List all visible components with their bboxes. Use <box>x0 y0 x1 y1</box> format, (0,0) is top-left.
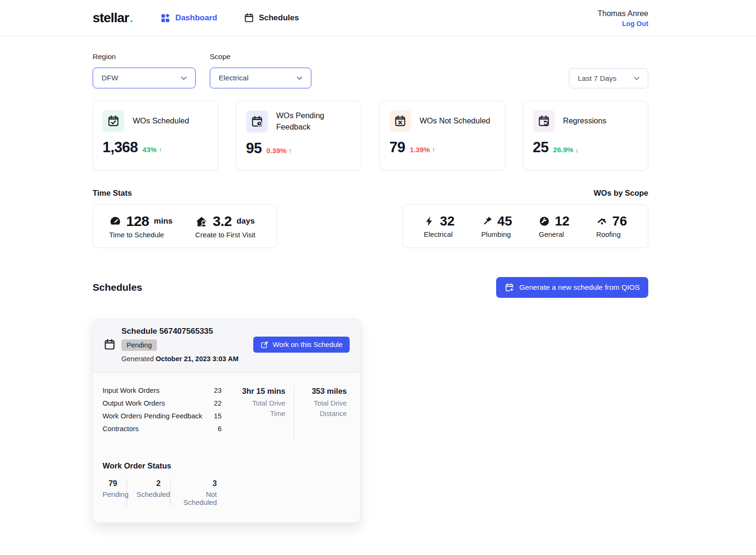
kpi-delta: 43% ↑ <box>143 146 163 154</box>
user-name: Thomas Anree <box>598 9 648 18</box>
scope-value: 76 <box>612 214 627 229</box>
total-drive-time: 3hr 15 mins Total Drive Time <box>241 387 294 438</box>
calendar-x-icon <box>389 110 411 132</box>
stat-row-input-work-orders: Input Work Orders23 <box>103 387 222 394</box>
drive-stats: 3hr 15 mins Total Drive Time 353 miles T… <box>241 387 347 438</box>
scope-stat-general: 12 General <box>539 214 569 238</box>
time-stats-title: Time Stats <box>93 189 277 198</box>
roof-icon <box>596 216 608 227</box>
scope-value: Electrical <box>219 74 249 82</box>
wos-by-scope-section: WOs by Scope 32 Electrical <box>403 189 648 248</box>
scope-label: General <box>539 230 569 238</box>
chevron-down-icon <box>295 73 304 83</box>
edit-square-icon <box>260 341 268 349</box>
work-on-schedule-button[interactable]: Work on this Schedule <box>253 337 350 353</box>
kpi-delta: 1.39% ↑ <box>410 146 435 154</box>
stat-label: Time to Schedule <box>109 231 172 239</box>
date-range-value: Last 7 Days <box>578 74 617 83</box>
wos-scheduled: 2 Scheduled <box>137 479 171 506</box>
scope-label: Plumbing <box>481 230 512 238</box>
calendar-icon <box>244 13 254 23</box>
stat-row-contractors: Contractors6 <box>103 425 222 433</box>
kpi-title: WOs Not Scheduled <box>420 115 490 127</box>
logo-dot: . <box>129 10 133 26</box>
work-on-schedule-label: Work on this Schedule <box>273 341 343 348</box>
time-stats-section: Time Stats 128 mins Time to Schedule <box>93 189 277 248</box>
stat-row-output-work-orders: Output Work Orders22 <box>103 399 222 407</box>
gauge-icon <box>109 215 121 227</box>
calendar-plus-icon <box>505 283 514 292</box>
kpi-title: WOs Scheduled <box>133 115 189 127</box>
work-order-status-row: 79 Pending 2 Scheduled 3 Not Scheduled <box>103 479 350 506</box>
total-drive-distance: 353 miles Total Drive Distance <box>294 387 347 438</box>
filter-bar: Region DFW Scope Electrical Last 7 Days <box>93 52 648 88</box>
scope-label: Roofing <box>596 230 627 238</box>
scope-value: 32 <box>440 214 455 229</box>
scope-select[interactable]: Electrical <box>210 68 311 88</box>
wrench-circle-icon <box>539 216 550 227</box>
scope-stat-electrical: 32 Electrical <box>424 214 455 238</box>
region-select[interactable]: DFW <box>93 68 196 88</box>
kpi-delta: 26.9% ↓ <box>553 146 579 154</box>
kpi-card-wos-pending-feedback: WOs Pending Feedback 95 0.39% ↑ <box>236 101 362 171</box>
schedule-stats-table: Input Work Orders23 Output Work Orders22… <box>103 387 222 438</box>
region-value: DFW <box>102 74 118 82</box>
schedule-card-header: Schedule 567407565335 Pending Generated … <box>93 319 360 372</box>
logout-link[interactable]: Log Out <box>598 20 648 27</box>
generate-schedule-button[interactable]: Generate a new schedule from QIOS <box>496 277 648 298</box>
arrow-up-icon: ↑ <box>289 147 292 155</box>
scope-label: Electrical <box>424 230 455 238</box>
wos-by-scope-title: WOs by Scope <box>403 189 648 198</box>
scope-label: Scope <box>210 52 311 61</box>
date-range-select[interactable]: Last 7 Days <box>569 68 648 88</box>
calendar-check-icon <box>103 110 124 132</box>
stat-label: Create to First Visit <box>195 231 255 239</box>
arrow-up-icon: ↑ <box>432 146 436 154</box>
stat-row-wos-pending-feedback: Work Orders Pending Feedback15 <box>103 412 222 420</box>
main-nav: Dashboard Schedules <box>160 13 299 23</box>
kpi-title: WOs Pending Feedback <box>276 110 348 133</box>
kpi-value: 25 <box>533 139 549 156</box>
stat-unit: mins <box>154 217 173 226</box>
kpi-card-regressions: Regressions 25 26.9% ↓ <box>523 101 649 171</box>
arrow-down-icon: ↓ <box>576 146 579 154</box>
time-to-schedule-stat: 128 mins Time to Schedule <box>109 213 172 239</box>
nav-item-schedules[interactable]: Schedules <box>244 13 299 23</box>
wos-by-scope-panel: 32 Electrical <box>403 204 648 248</box>
chevron-down-icon <box>179 73 189 83</box>
create-to-first-visit-stat: 3.2 days Create to First Visit <box>195 213 255 239</box>
generate-schedule-label: Generate a new schedule from QIOS <box>519 283 640 292</box>
region-filter: Region DFW <box>93 52 196 88</box>
nav-label: Schedules <box>259 13 299 23</box>
time-stats-panel: 128 mins Time to Schedule <box>93 204 277 248</box>
arrow-up-icon: ↑ <box>159 146 163 154</box>
stellar-logo: stellar. <box>93 10 133 26</box>
calendar-refresh-icon <box>533 110 555 132</box>
scope-filter: Scope Electrical <box>210 52 311 88</box>
calendar-clock-icon <box>246 111 268 132</box>
scope-stat-roofing: 76 Roofing <box>596 214 627 238</box>
kpi-title: Regressions <box>563 115 607 127</box>
kpi-value: 1,368 <box>103 139 138 156</box>
stat-unit: days <box>236 217 255 226</box>
nav-label: Dashboard <box>175 13 217 23</box>
wos-pending: 79 Pending <box>103 479 127 506</box>
kpi-delta: 0.39% ↑ <box>266 147 292 155</box>
dashboard-grid-icon <box>160 13 171 23</box>
chevron-down-icon <box>632 74 641 83</box>
scope-stat-plumbing: 45 Plumbing <box>481 214 512 238</box>
house-user-icon <box>195 215 208 228</box>
top-nav-bar: stellar. Dashboard <box>0 0 756 36</box>
schedule-card: Schedule 567407565335 Pending Generated … <box>93 319 361 523</box>
work-order-status-title: Work Order Status <box>103 461 350 470</box>
kpi-card-wos-not-scheduled: WOs Not Scheduled 79 1.39% ↑ <box>379 101 505 171</box>
kpi-value: 95 <box>246 140 262 157</box>
stat-value: 3.2 <box>213 213 232 229</box>
schedules-section-title: Schedules <box>93 282 142 293</box>
stat-value: 128 <box>126 213 149 229</box>
kpi-cards-row: WOs Scheduled 1,368 43% ↑ WOs Pe <box>93 101 648 171</box>
logo-text: stellar <box>93 10 129 26</box>
wos-not-scheduled: 3 Not Scheduled <box>180 479 226 506</box>
nav-item-dashboard[interactable]: Dashboard <box>160 13 217 23</box>
region-label: Region <box>93 52 196 61</box>
